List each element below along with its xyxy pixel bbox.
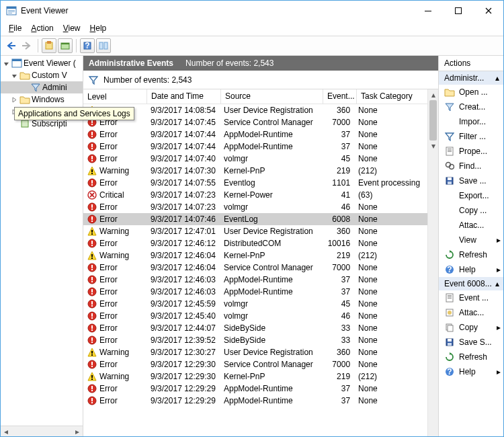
action-item[interactable]: Copy ... (439, 203, 503, 218)
table-row[interactable]: Error9/3/2017 14:07:45Service Control Ma… (83, 116, 427, 128)
table-row[interactable]: Error9/3/2017 14:07:55Eventlog1101Event … (83, 177, 427, 189)
action-item[interactable]: Export... (439, 188, 503, 203)
action-item[interactable]: ?Help▸ (439, 262, 503, 277)
actions-section-admin[interactable]: Administr... ▴ (439, 71, 503, 85)
col-level[interactable]: Level (83, 89, 147, 104)
action-item[interactable]: Attac... (439, 218, 503, 233)
menu-help[interactable]: Help (86, 22, 111, 34)
toolbar-btn-4[interactable] (96, 38, 111, 53)
actions-section-event[interactable]: Event 6008... ▴ (439, 277, 503, 290)
table-row[interactable]: Warning9/3/2017 12:46:04Kernel-PnP219(21… (83, 249, 427, 262)
menu-action[interactable]: Action (27, 22, 57, 34)
table-row[interactable]: Critical9/3/2017 14:07:23Kernel-Power41(… (83, 189, 427, 201)
cell-eventid: 6008 (321, 214, 354, 224)
twisty-icon[interactable] (10, 73, 18, 79)
table-row[interactable]: Error9/3/2017 12:29:29AppModel-Runtime37… (83, 383, 427, 395)
svg-rect-93 (448, 182, 452, 184)
table-row[interactable]: Error9/3/2017 12:39:52SideBySide33None (83, 334, 427, 346)
table-row[interactable]: Error9/3/2017 12:29:30Service Control Ma… (83, 358, 427, 370)
tree-item[interactable]: Windows (1, 93, 83, 106)
action-item[interactable]: Impor... (439, 114, 503, 129)
tree-hscrollbar[interactable]: ◂ ▸ (1, 426, 83, 436)
tree-item[interactable]: Admini (1, 81, 83, 93)
cell-task: None (354, 263, 427, 272)
table-row[interactable]: Error9/3/2017 12:45:40volmgr46None (83, 310, 427, 322)
action-item[interactable]: Save S... (439, 335, 503, 350)
table-row[interactable]: Warning9/3/2017 14:07:30Kernel-PnP219(21… (83, 165, 427, 177)
toolbar-btn-1[interactable] (42, 38, 56, 53)
cell-source: AppModel-Runtime (220, 142, 321, 151)
table-row[interactable]: Warning9/3/2017 12:47:01User Device Regi… (83, 225, 427, 237)
col-event[interactable]: Event... (323, 89, 357, 104)
action-item[interactable]: Find... (439, 159, 503, 173)
action-item[interactable]: Attac... (439, 305, 503, 320)
nav-back-button[interactable] (3, 38, 18, 53)
col-source[interactable]: Source (221, 89, 323, 104)
svg-rect-32 (91, 169, 93, 172)
action-item[interactable]: ?Help▸ (439, 364, 503, 379)
nav-forward-button[interactable] (19, 38, 34, 53)
scroll-right-icon[interactable]: ▸ (72, 426, 83, 436)
scroll-left-icon[interactable]: ◂ (1, 426, 11, 436)
table-row[interactable]: Error9/3/2017 14:07:46EventLog6008None (83, 213, 427, 225)
toolbar-help-button[interactable]: ? (80, 38, 95, 53)
grid-vscrollbar[interactable]: ▴ ▾ (427, 89, 438, 436)
tree-root[interactable]: Event Viewer ( (1, 57, 83, 69)
col-date[interactable]: Date and Time (147, 89, 221, 104)
collapse-icon[interactable]: ▴ (495, 73, 499, 83)
main-header-count: Number of events: 2,543 (185, 58, 274, 68)
scroll-thumb[interactable] (429, 100, 437, 141)
table-row[interactable]: Error9/3/2017 14:07:40volmgr45None (83, 153, 427, 165)
action-icon (444, 235, 455, 245)
cell-source: SideBySide (220, 323, 321, 333)
table-row[interactable]: Warning9/3/2017 12:29:30Kernel-PnP219(21… (83, 370, 427, 383)
action-item[interactable]: Refresh (439, 350, 503, 364)
table-row[interactable]: Error9/3/2017 12:46:12DistributedCOM1001… (83, 237, 427, 249)
action-icon: ? (444, 264, 455, 275)
col-task[interactable]: Task Category (357, 89, 431, 104)
table-row[interactable]: Error9/3/2017 12:46:03AppModel-Runtime37… (83, 274, 427, 286)
cell-task: None (354, 227, 427, 236)
table-row[interactable]: Error9/3/2017 12:44:07SideBySide33None (83, 322, 427, 334)
filter-icon[interactable] (89, 75, 98, 85)
cell-level: Error (99, 263, 118, 272)
cell-source: volmgr (220, 202, 321, 212)
close-button[interactable] (473, 1, 503, 20)
action-item[interactable]: Prope... (439, 144, 503, 159)
action-item[interactable]: Copy▸ (439, 320, 503, 335)
action-item[interactable]: Save ... (439, 173, 503, 188)
table-row[interactable]: Error9/3/2017 12:45:59volmgr45None (83, 298, 427, 310)
action-item[interactable]: Event ... (439, 290, 503, 305)
table-row[interactable]: Error9/3/2017 12:29:29AppModel-Runtime37… (83, 395, 427, 407)
table-row[interactable]: Error9/3/2017 14:07:23volmgr46None (83, 201, 427, 213)
app-icon (6, 5, 17, 16)
action-item[interactable]: Creat... (439, 100, 503, 114)
maximize-button[interactable] (443, 1, 473, 20)
action-item[interactable]: Filter ... (439, 129, 503, 144)
table-row[interactable]: Error9/3/2017 14:07:44AppModel-Runtime37… (83, 141, 427, 153)
collapse-icon[interactable]: ▴ (495, 279, 499, 288)
table-row[interactable]: Warning9/3/2017 14:08:54User Device Regi… (83, 104, 427, 116)
action-item[interactable]: View▸ (439, 233, 503, 247)
scroll-down-icon[interactable]: ▾ (428, 141, 438, 151)
svg-rect-62 (91, 305, 93, 307)
twisty-open-icon[interactable] (2, 61, 10, 67)
menu-view[interactable]: View (59, 22, 85, 34)
action-label: Export... (459, 191, 489, 200)
toolbar-btn-2[interactable] (58, 38, 73, 53)
minimize-button[interactable] (413, 1, 443, 20)
menu-file[interactable]: File (5, 22, 26, 34)
table-row[interactable]: Error9/3/2017 12:46:03AppModel-Runtime37… (83, 286, 427, 298)
table-row[interactable]: Error9/3/2017 12:46:04Service Control Ma… (83, 262, 427, 274)
cell-eventid: 360 (321, 348, 354, 357)
tree-item[interactable]: Custom V (1, 69, 83, 81)
action-item[interactable]: Refresh (439, 247, 503, 262)
twisty-icon[interactable] (10, 97, 18, 103)
scroll-up-icon[interactable]: ▴ (428, 89, 438, 100)
action-label: View (459, 235, 476, 245)
table-row[interactable]: Error9/3/2017 14:07:44AppModel-Runtime37… (83, 128, 427, 141)
table-row[interactable]: Warning9/3/2017 12:30:27User Device Regi… (83, 346, 427, 358)
window-title: Event Viewer (21, 6, 413, 15)
action-item[interactable]: Open ... (439, 85, 503, 100)
svg-rect-92 (448, 177, 452, 180)
